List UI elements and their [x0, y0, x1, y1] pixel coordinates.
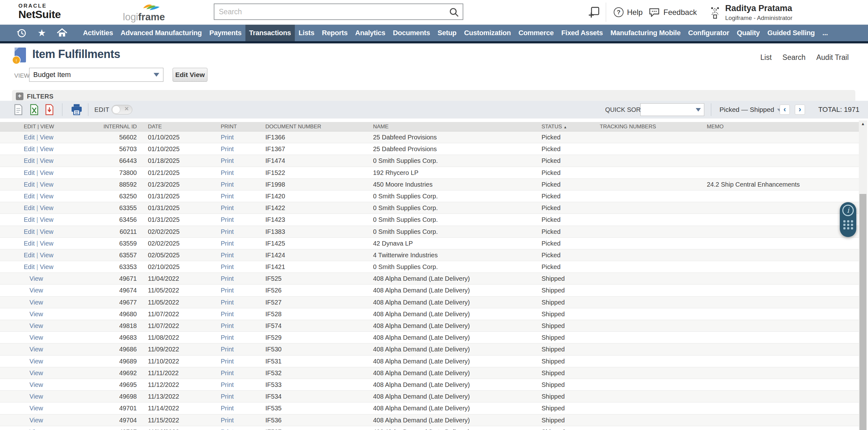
home-button[interactable] [52, 25, 72, 41]
print-link[interactable]: Print [221, 334, 234, 341]
print-link[interactable]: Print [221, 169, 234, 176]
print-link[interactable]: Print [221, 370, 234, 376]
edit-view-button[interactable]: Edit View [173, 68, 208, 82]
print-link[interactable]: Print [221, 263, 234, 270]
print-link[interactable]: Print [221, 311, 234, 317]
feedback-button[interactable]: Feedback [649, 0, 697, 24]
print-link[interactable]: Print [221, 358, 234, 365]
search-input[interactable] [214, 4, 441, 19]
print-list-button[interactable] [70, 103, 83, 117]
assistant-widget[interactable]: i [840, 202, 856, 237]
edit-toggle[interactable]: ✕ [112, 105, 132, 114]
edit-link[interactable]: Edit [24, 134, 34, 141]
edit-link[interactable]: Edit [24, 169, 34, 176]
edit-link[interactable]: Edit [24, 157, 34, 164]
view-link[interactable]: View [29, 311, 43, 317]
nav-item-customization[interactable]: Customization [460, 25, 515, 41]
nav-item-activities[interactable]: Activities [79, 25, 117, 41]
print-link[interactable]: Print [221, 181, 234, 188]
view-link[interactable]: View [29, 322, 43, 329]
nav-item-fixed-assets[interactable]: Fixed Assets [557, 25, 607, 41]
view-link[interactable]: View [29, 346, 43, 353]
nav-item-more[interactable]: ... [818, 25, 832, 41]
print-link[interactable]: Print [221, 393, 234, 400]
view-link[interactable]: View [40, 204, 54, 211]
nav-item-configurator[interactable]: Configurator [684, 25, 733, 41]
view-link[interactable]: View [40, 240, 54, 247]
column-header-memo[interactable]: MEMO [707, 122, 856, 131]
view-link[interactable]: View [40, 169, 54, 176]
view-link[interactable]: View [40, 216, 54, 223]
export-excel-button[interactable] [29, 104, 39, 117]
edit-link[interactable]: Edit [24, 240, 34, 247]
column-header-print[interactable]: PRINT [221, 122, 255, 131]
scrollbar-thumb[interactable] [860, 194, 866, 430]
view-link[interactable]: View [40, 228, 54, 235]
audit-trail-link[interactable]: Audit Trail [816, 53, 849, 62]
nav-item-transactions[interactable]: Transactions [245, 25, 295, 41]
list-link[interactable]: List [760, 53, 772, 62]
edit-link[interactable]: Edit [24, 252, 34, 259]
edit-link[interactable]: Edit [24, 216, 34, 223]
vertical-scrollbar[interactable]: ▲ [859, 120, 867, 430]
print-link[interactable]: Print [221, 381, 234, 388]
nav-item-reports[interactable]: Reports [318, 25, 351, 41]
previous-page-button[interactable]: ‹ [780, 105, 790, 115]
nav-item-analytics[interactable]: Analytics [351, 25, 389, 41]
oracle-netsuite-logo[interactable]: ORACLE NetSuite [19, 3, 61, 21]
print-link[interactable]: Print [221, 228, 234, 235]
view-link[interactable]: View [40, 157, 54, 164]
nav-item-commerce[interactable]: Commerce [515, 25, 557, 41]
quick-sort-select[interactable] [640, 103, 704, 116]
view-link[interactable]: View [40, 181, 54, 188]
view-link[interactable]: View [29, 275, 43, 282]
nav-item-lists[interactable]: Lists [295, 25, 318, 41]
column-header-doc[interactable]: DOCUMENT NUMBER [266, 122, 357, 131]
next-page-button[interactable]: › [795, 105, 805, 115]
print-link[interactable]: Print [221, 346, 234, 353]
nav-item-quality[interactable]: Quality [733, 25, 764, 41]
edit-link[interactable]: Edit [24, 145, 34, 152]
view-link[interactable]: View [40, 145, 54, 152]
view-link[interactable]: View [40, 193, 54, 200]
view-link[interactable]: View [29, 417, 43, 424]
edit-link[interactable]: Edit [24, 181, 34, 188]
view-link[interactable]: View [29, 393, 43, 400]
print-link[interactable]: Print [221, 252, 234, 259]
scroll-up-arrow-icon[interactable]: ▲ [859, 121, 867, 126]
user-menu[interactable]: Raditya Pratama Logiframe - Administrato… [725, 3, 792, 22]
view-link[interactable]: View [29, 334, 43, 341]
column-header-date[interactable]: DATE [148, 122, 205, 131]
view-link[interactable]: View [29, 370, 43, 376]
help-button[interactable]: ? Help [614, 0, 643, 24]
print-link[interactable]: Print [221, 240, 234, 247]
print-link[interactable]: Print [221, 417, 234, 424]
print-link[interactable]: Print [221, 405, 234, 412]
view-link[interactable]: View [29, 405, 43, 412]
print-link[interactable]: Print [221, 428, 234, 430]
export-pdf-button[interactable] [44, 104, 55, 117]
column-header-name[interactable]: NAME [373, 122, 534, 131]
view-link[interactable]: View [29, 381, 43, 388]
column-header-id[interactable]: INTERNAL ID [76, 122, 137, 131]
shortcuts-button[interactable]: ★ [32, 25, 52, 41]
print-link[interactable]: Print [221, 204, 234, 211]
roles-button[interactable] [709, 0, 721, 24]
print-link[interactable]: Print [221, 145, 234, 152]
print-link[interactable]: Print [221, 275, 234, 282]
column-header-status[interactable]: STATUS▲ [541, 122, 594, 132]
search-icon[interactable] [449, 7, 460, 18]
view-link[interactable]: View [29, 358, 43, 365]
print-link[interactable]: Print [221, 193, 234, 200]
view-link[interactable]: View [40, 252, 54, 259]
nav-item-documents[interactable]: Documents [389, 25, 434, 41]
create-new-button[interactable] [587, 0, 600, 24]
nav-item-payments[interactable]: Payments [206, 25, 245, 41]
view-link[interactable]: View [40, 263, 54, 270]
nav-item-manufacturing-mobile[interactable]: Manufacturing Mobile [607, 25, 684, 41]
print-link[interactable]: Print [221, 287, 234, 294]
nav-item-guided-selling[interactable]: Guided Selling [764, 25, 818, 41]
nav-item-setup[interactable]: Setup [434, 25, 460, 41]
nav-item-advanced-manufacturing[interactable]: Advanced Manufacturing [117, 25, 206, 41]
column-header-tracking[interactable]: TRACKING NUMBERS [600, 122, 698, 131]
